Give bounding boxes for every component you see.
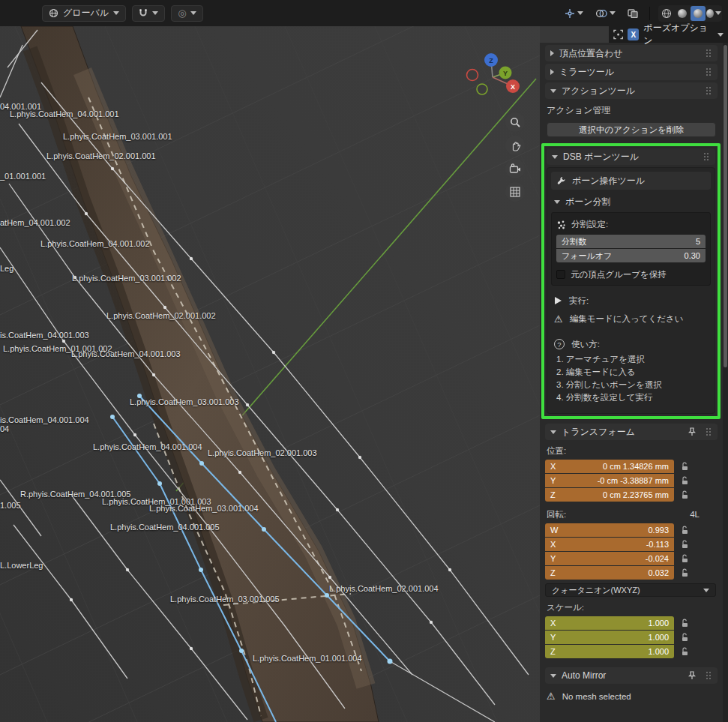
drag-grip-icon[interactable] [704,153,710,161]
viewport-3d[interactable]: 04.001.001 L.phyis.CoatHem_04.001.001 L.… [0,26,540,722]
lock-open-icon[interactable] [681,619,691,628]
xray-toggle[interactable] [625,7,641,19]
panel-header-mirror-tool[interactable]: ミラーツール [545,64,718,80]
drag-grip-icon[interactable] [706,672,712,680]
rotation-y-row: Y -0.024 [545,552,718,565]
no-mesh-warning-text: No mesh selected [562,692,631,701]
chevron-down-icon [550,674,556,678]
particles-icon [556,220,566,229]
rotation-x-slider[interactable]: X -0.113 [545,538,674,551]
rotation-mode-dropdown[interactable]: クォータニオン(WXYZ) [545,583,716,597]
zoom-button[interactable] [505,112,525,132]
lock-open-icon[interactable] [681,568,691,577]
panel-header-auto-mirror[interactable]: Auto Mirror [545,667,718,684]
lock-open-icon[interactable] [681,540,691,549]
location-z-row: Z 0 cm 2.23765 mm [545,488,718,502]
checkbox-unchecked-icon[interactable] [556,270,565,279]
location-y-slider[interactable]: Y -0 cm -3.38887 mm [545,474,674,487]
sidebar-tab-pose-options[interactable]: ポーズオプション [643,22,713,47]
shading-solid-button[interactable] [675,6,690,21]
axis-letter: Z [550,490,556,499]
scale-y-slider[interactable]: Y 1.000 [545,631,674,644]
delete-selected-action-button[interactable]: 選択中のアクションを削除 [547,122,716,137]
location-z-slider[interactable]: Z 0 cm 2.23765 mm [545,488,674,502]
lock-open-icon[interactable] [681,554,691,563]
sidebar-scrollbar[interactable] [723,43,728,722]
shading-mode-group [658,5,722,22]
rotation-y-slider[interactable]: Y -0.024 [545,552,674,565]
axis-letter: Z [550,568,556,577]
split-settings-box: 分割設定: 分割数 5 フォールオフ 0.30 元の頂点グループを保持 [551,212,711,286]
camera-icon [509,163,521,174]
scale-label: スケール: [547,601,716,613]
snapping-dropdown[interactable] [132,5,165,22]
lock-open-icon[interactable] [681,462,691,471]
scale-x-slider[interactable]: X 1.000 [545,616,674,630]
pan-button[interactable] [505,136,525,155]
transform-orientation-dropdown[interactable]: グローバル [42,5,126,22]
lock-open-icon[interactable] [681,633,691,642]
navigation-gizmo[interactable]: Z Y X [456,45,538,109]
gizmo-neg-x-ball[interactable] [467,70,478,81]
gizmo-y-label: Y [503,70,508,77]
split-count-label: 分割数 [562,236,586,247]
rotation-4l-badge: 4L [690,510,716,519]
scale-z-row: Z 1.000 [545,645,718,658]
pin-icon[interactable] [688,671,697,680]
rotation-x-row: X -0.113 [545,538,718,551]
axis-letter: Y [550,554,556,563]
falloff-value: 0.30 [685,251,700,260]
lock-open-icon[interactable] [681,476,691,485]
panel-header-dsb-bone-tools[interactable]: DSB ボーンツール [547,148,715,165]
scale-z-slider[interactable]: Z 1.000 [545,645,674,658]
proportional-editing-dropdown[interactable]: ◎ [171,5,203,22]
rotation-z-slider[interactable]: Z 0.032 [545,566,674,580]
execute-label: 実行: [569,295,589,307]
lock-open-icon[interactable] [681,647,691,656]
toggle-grid-button[interactable] [505,182,525,202]
axis-value: 0.032 [648,568,669,577]
keep-vertex-groups-row[interactable]: 元の頂点グループを保持 [556,268,706,280]
split-count-slider[interactable]: 分割数 5 [556,235,706,248]
drag-grip-icon[interactable] [706,87,712,95]
shading-rendered-button[interactable] [706,6,721,21]
falloff-slider[interactable]: フォールオフ 0.30 [556,249,706,262]
lock-open-icon[interactable] [681,526,691,535]
pin-icon[interactable] [688,427,697,436]
axis-value: 0 cm 2.23765 mm [603,490,669,499]
axis-letter: X [550,619,556,628]
drag-grip-icon[interactable] [706,68,712,76]
overlays-dropdown[interactable] [592,7,619,19]
location-x-slider[interactable]: X 0 cm 1.34826 mm [545,460,674,473]
gizmo-neg-y-ball[interactable] [477,84,487,94]
rotation-z-row: Z 0.032 [545,566,718,580]
scrollbar-thumb[interactable] [724,45,727,367]
panel-title: ミラーツール [559,66,614,79]
usage-header: ? 使い方: [554,335,708,353]
panel-header-vertex-align[interactable]: 頂点位置合わせ [545,45,718,61]
panel-header-transform[interactable]: トランスフォーム [545,424,718,440]
falloff-label: フォールオフ [562,250,612,262]
show-gizmo-dropdown[interactable] [562,7,586,20]
x-axis-mirror-toggle[interactable]: X [628,28,639,40]
axis-value: 0.993 [648,526,669,535]
drag-grip-icon[interactable] [706,49,712,58]
region-chevron-icon[interactable] [718,33,724,37]
usage-step: 4. 分割数を設定して実行 [554,391,708,404]
subpanel-header-bone-split[interactable]: ボーン分割 [551,194,711,209]
rotation-w-slider[interactable]: W 0.993 [545,523,674,537]
shading-material-button[interactable] [691,6,706,21]
chevron-down-icon [152,11,158,15]
orientation-label: グローバル [63,7,109,19]
keep-vertex-groups-label: 元の頂点グループを保持 [571,269,667,280]
lock-open-icon[interactable] [681,490,691,499]
bone-operation-tool-row[interactable]: ボーン操作ツール [551,172,711,190]
viewport-canvas[interactable] [0,26,540,722]
axis-value: -0.024 [646,554,669,563]
panel-header-action-tools[interactable]: アクションツール [545,82,718,99]
overlays-icon [595,9,607,18]
pivot-target-icon[interactable] [613,29,623,40]
camera-view-button[interactable] [505,159,525,178]
shading-wireframe-button[interactable] [659,6,674,21]
drag-grip-icon[interactable] [706,428,712,436]
